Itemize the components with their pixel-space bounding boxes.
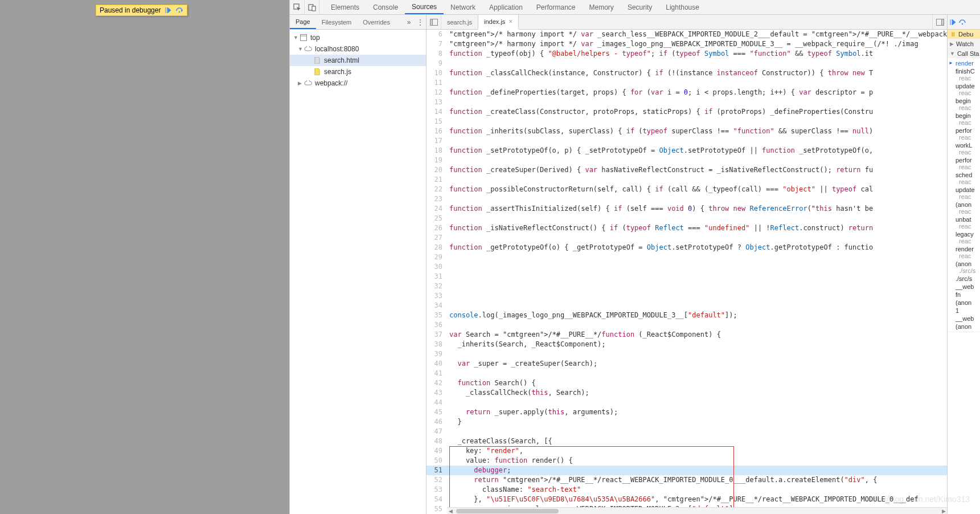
- nav-tab-overrides[interactable]: Overrides: [357, 15, 396, 29]
- stack-frame[interactable]: render: [948, 59, 980, 67]
- toggle-navigator-icon[interactable]: [427, 15, 441, 29]
- code-line[interactable]: 20function _createSuper(Derived) { var h…: [427, 165, 947, 175]
- toggle-debugger-icon[interactable]: [932, 15, 947, 29]
- tree-host[interactable]: ▼ localhost:8080: [290, 43, 426, 55]
- code-line[interactable]: 38 _inherits(Search, _React$Component);: [427, 340, 947, 349]
- main-tab-sources[interactable]: Sources: [405, 0, 444, 14]
- code-line[interactable]: 21: [427, 175, 947, 185]
- stack-frame[interactable]: workLreac: [948, 141, 980, 156]
- code-line[interactable]: 45 return _super.apply(this, arguments);: [427, 407, 947, 417]
- code-line[interactable]: 35console.log(_images_logo_png__WEBPACK_…: [427, 311, 947, 320]
- main-tab-console[interactable]: Console: [366, 0, 405, 14]
- stack-frame[interactable]: ./src/s: [948, 275, 980, 283]
- resume-icon[interactable]: [950, 19, 956, 25]
- code-line[interactable]: 32: [427, 282, 947, 291]
- code-line[interactable]: 54 }, "\u51EF\u5C0F\u9ED8\u7684\u535A\u5…: [427, 495, 947, 504]
- callstack-header[interactable]: ▼ Call Sta: [948, 49, 980, 58]
- stack-frame[interactable]: updatereac: [948, 82, 980, 97]
- code-line[interactable]: 12function _defineProperties(target, pro…: [427, 88, 947, 97]
- stack-frame[interactable]: (anon: [948, 299, 980, 307]
- code-line[interactable]: 49 key: "render",: [427, 446, 947, 456]
- tree-file-search-js[interactable]: search.js: [290, 66, 426, 77]
- code-line[interactable]: 23: [427, 194, 947, 204]
- code-line[interactable]: 8function _typeof(obj) { "@babel/helpers…: [427, 49, 947, 59]
- code-line[interactable]: 15: [427, 117, 947, 127]
- stack-frame[interactable]: legacyreac: [948, 230, 980, 245]
- code-line[interactable]: 17: [427, 136, 947, 146]
- tree-webpack[interactable]: ▶ webpack://: [290, 77, 426, 89]
- main-tab-elements[interactable]: Elements: [324, 0, 366, 14]
- code-line[interactable]: 28function _getPrototypeOf(o) { _getProt…: [427, 243, 947, 252]
- nav-kebab-icon[interactable]: ⋮: [415, 15, 426, 29]
- stack-frame[interactable]: __web: [948, 315, 980, 323]
- code-line[interactable]: 37var Search = "cmtgreen">/*#__PURE__*/f…: [427, 330, 947, 340]
- stack-frame[interactable]: (anon: [948, 323, 980, 331]
- stack-frame[interactable]: updatereac: [948, 186, 980, 201]
- code-line[interactable]: 39: [427, 349, 947, 359]
- nav-tab-page[interactable]: Page: [290, 15, 316, 29]
- main-tab-network[interactable]: Network: [444, 0, 482, 14]
- code-line[interactable]: 19: [427, 156, 947, 165]
- code-line[interactable]: 53 className: "search-text": [427, 485, 947, 495]
- stack-frame[interactable]: schedreac: [948, 171, 980, 186]
- code-line[interactable]: 27: [427, 233, 947, 243]
- code-line[interactable]: 36: [427, 320, 947, 330]
- main-tab-performance[interactable]: Performance: [530, 0, 583, 14]
- code-line[interactable]: 10function _classCallCheck(instance, Con…: [427, 68, 947, 78]
- code-line[interactable]: 51 debugger;: [427, 466, 947, 475]
- code-line[interactable]: 52 return "cmtgreen">/*#__PURE__*/react_…: [427, 475, 947, 485]
- stack-frame[interactable]: perforreac: [948, 127, 980, 141]
- code-line[interactable]: 43 _classCallCheck(this, Search);: [427, 388, 947, 398]
- main-tab-security[interactable]: Security: [621, 0, 659, 14]
- editor-tab-search-js[interactable]: search.js: [441, 15, 478, 29]
- code-line[interactable]: 46 }: [427, 417, 947, 427]
- close-icon[interactable]: ×: [509, 18, 512, 26]
- stack-frame[interactable]: unbatreac: [948, 215, 980, 230]
- stack-frame[interactable]: (anon./src/s: [948, 260, 980, 275]
- code-line[interactable]: 13: [427, 97, 947, 107]
- code-line[interactable]: 42 function Search() {: [427, 378, 947, 388]
- code-line[interactable]: 47: [427, 427, 947, 437]
- code-line[interactable]: 25: [427, 214, 947, 223]
- code-line[interactable]: 26function _isNativeReflectConstruct() {…: [427, 223, 947, 233]
- scrollbar-thumb[interactable]: [456, 509, 559, 513]
- nav-tab-filesystem[interactable]: Filesystem: [316, 15, 358, 29]
- watch-header[interactable]: ▶ Watch: [948, 39, 980, 48]
- nav-more-icon[interactable]: »: [403, 15, 415, 29]
- stack-frame[interactable]: perforreac: [948, 156, 980, 171]
- code-line[interactable]: 30: [427, 262, 947, 272]
- code-line[interactable]: 50 value: function render() {: [427, 456, 947, 466]
- stack-frame[interactable]: beginreac: [948, 112, 980, 127]
- step-over-icon[interactable]: [175, 6, 183, 14]
- code-line[interactable]: 40 var _super = _createSuper(Search);: [427, 359, 947, 369]
- stack-frame[interactable]: (anonreac: [948, 201, 980, 215]
- code-line[interactable]: 29: [427, 252, 947, 262]
- code-line[interactable]: 16function _inherits(subClass, superClas…: [427, 127, 947, 136]
- scroll-left-icon[interactable]: ◀: [447, 508, 454, 514]
- h-scrollbar[interactable]: ◀ ▶: [447, 507, 947, 514]
- debugger-status-header[interactable]: ⏸ Debu: [948, 30, 980, 39]
- stack-frame[interactable]: finishCreac: [948, 67, 980, 82]
- stack-frame[interactable]: __web: [948, 283, 980, 291]
- code-line[interactable]: 41: [427, 369, 947, 378]
- scroll-right-icon[interactable]: ▶: [940, 508, 947, 514]
- code-line[interactable]: 9: [427, 59, 947, 68]
- main-tab-memory[interactable]: Memory: [583, 0, 621, 14]
- code-line[interactable]: 44: [427, 398, 947, 407]
- resume-icon[interactable]: [164, 6, 172, 14]
- code-editor[interactable]: 6"cmtgreen">/* harmony import */ var _se…: [427, 30, 947, 514]
- code-line[interactable]: 7"cmtgreen">/* harmony import */ var _im…: [427, 39, 947, 49]
- stack-frame[interactable]: renderreac: [948, 245, 980, 260]
- code-line[interactable]: 33: [427, 291, 947, 301]
- main-tab-lighthouse[interactable]: Lighthouse: [659, 0, 706, 14]
- code-line[interactable]: 22function _possibleConstructorReturn(se…: [427, 185, 947, 194]
- stack-frame[interactable]: fn: [948, 291, 980, 299]
- code-line[interactable]: 24function _assertThisInitialized(self) …: [427, 204, 947, 214]
- code-line[interactable]: 31: [427, 272, 947, 282]
- device-toggle-icon[interactable]: [305, 0, 319, 14]
- stack-frame[interactable]: beginreac: [948, 97, 980, 112]
- code-line[interactable]: 48 _createClass(Search, [{: [427, 437, 947, 446]
- code-line[interactable]: 14function _createClass(Constructor, pro…: [427, 107, 947, 117]
- tree-file-search-html[interactable]: search.html: [290, 55, 426, 66]
- main-tab-application[interactable]: Application: [482, 0, 530, 14]
